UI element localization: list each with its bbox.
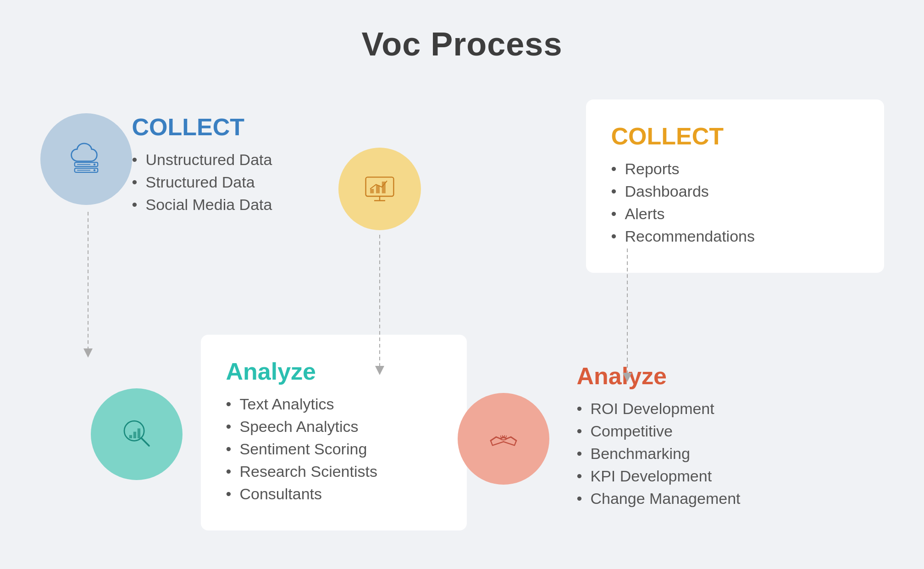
analyze-right-list: ROI Development Competitive Benchmarking… [577, 400, 870, 508]
svg-marker-24 [375, 366, 384, 375]
cloud-server-svg [66, 138, 107, 180]
list-item: Benchmarking [577, 445, 870, 463]
svg-line-17 [500, 436, 501, 438]
list-item: Alerts [611, 205, 859, 223]
svg-rect-15 [133, 432, 136, 438]
svg-line-18 [502, 436, 503, 438]
svg-point-3 [93, 169, 95, 171]
svg-line-13 [141, 438, 149, 446]
connector-center-vertical [374, 235, 385, 377]
circle-analytics-icon [91, 388, 183, 480]
list-item: Recommendations [611, 227, 859, 245]
list-item: Reports [611, 160, 859, 178]
list-item: Research Scientists [226, 463, 442, 481]
connector-left-vertical [83, 212, 94, 359]
analyze-left-list: Text Analytics Speech Analytics Sentimen… [226, 395, 442, 503]
diagram-area: COLLECT Unstructured Data Structured Dat… [27, 77, 898, 558]
monitor-chart-svg [361, 171, 398, 207]
analyze-left-title: Analyze [226, 358, 442, 385]
svg-rect-16 [137, 428, 140, 438]
handshake-svg [485, 420, 522, 457]
page-wrapper: Voc Process COLLECT Unstructured Data St… [0, 0, 924, 569]
list-item: Text Analytics [226, 395, 442, 413]
list-item: Speech Analytics [226, 418, 442, 436]
analyze-left-card: Analyze Text Analytics Speech Analytics … [201, 335, 467, 530]
svg-rect-14 [129, 435, 132, 438]
list-item: Competitive [577, 422, 870, 440]
svg-marker-26 [623, 373, 632, 382]
list-item: Consultants [226, 485, 442, 503]
svg-marker-22 [83, 348, 93, 358]
analyze-right-section: Analyze ROI Development Competitive Benc… [577, 362, 870, 512]
collect-right-card: COLLECT Reports Dashboards Alerts Recomm… [586, 99, 884, 273]
list-item: Sentiment Scoring [226, 440, 442, 458]
list-item: KPI Development [577, 467, 870, 485]
circle-monitor-icon [338, 148, 421, 230]
circle-handshake-icon [458, 393, 549, 485]
list-item: ROI Development [577, 400, 870, 418]
connector-right-vertical [622, 249, 633, 384]
page-title: Voc Process [362, 25, 563, 63]
analytics-search-svg [116, 414, 157, 455]
collect-right-list: Reports Dashboards Alerts Recommendation… [611, 160, 859, 245]
collect-left-title: COLLECT [132, 113, 398, 141]
svg-line-19 [504, 436, 504, 438]
collect-right-title: COLLECT [611, 122, 859, 150]
svg-rect-9 [370, 189, 374, 193]
svg-line-20 [505, 436, 506, 438]
list-item: Dashboards [611, 182, 859, 200]
circle-cloud-icon [40, 113, 132, 205]
svg-point-2 [93, 163, 95, 166]
analyze-right-title: Analyze [577, 362, 870, 390]
list-item: Change Management [577, 490, 870, 508]
svg-rect-10 [376, 185, 380, 193]
